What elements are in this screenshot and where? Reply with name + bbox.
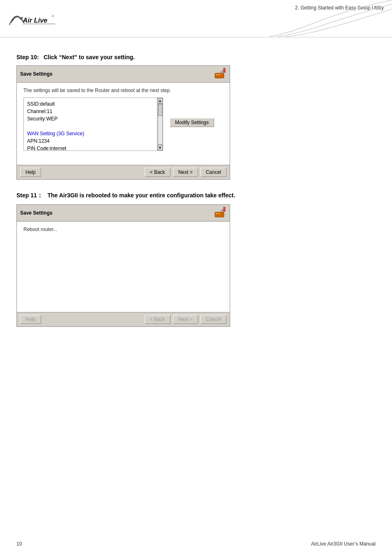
step10-dialog-footer: Help < Back Next > Cancel [17, 165, 230, 179]
router-icon [213, 67, 226, 81]
svg-point-8 [222, 70, 223, 72]
step11-back-button[interactable]: < Back [145, 315, 171, 324]
airlive-logo: Air Live ® [8, 8, 58, 29]
modify-settings-button[interactable]: Modify Settings [170, 118, 214, 127]
step11-description: The Air3GII is rebooted to make your ent… [47, 192, 235, 199]
main-content: Step 10: Click “Next” to save your setti… [0, 46, 392, 347]
svg-rect-3 [215, 73, 224, 78]
svg-rect-11 [223, 70, 226, 73]
svg-rect-13 [216, 213, 217, 214]
step10-help-button[interactable]: Help [20, 168, 41, 177]
scroll-up-arrow[interactable]: ▲ [158, 98, 163, 104]
step11-dialog-body: Reboot router... [17, 222, 230, 312]
step10-settings-scroll[interactable]: SSID:default Channel:11 Security:WEP WAN… [23, 97, 163, 151]
step10-dialog-body: The settings will be saved to the Router… [17, 83, 230, 165]
svg-rect-5 [218, 74, 220, 75]
page-footer: 10 AirLive Air3GII User’s Manual [0, 541, 392, 547]
step10-heading: Step 10: Click “Next” to save your setti… [16, 54, 376, 60]
header: 2. Getting Started with Easy Setup Utili… [0, 0, 392, 37]
step10-dialog-titlebar: Save Settings [17, 66, 230, 83]
scroll-track[interactable] [158, 104, 163, 145]
step10-side-area: SSID:default Channel:11 Security:WEP WAN… [23, 97, 223, 151]
svg-rect-20 [223, 209, 226, 212]
svg-point-10 [223, 68, 226, 70]
step11-cancel-button[interactable]: Cancel [201, 315, 226, 324]
decorative-curves [269, 0, 392, 37]
pin-line: PIN Code:internet [27, 145, 159, 151]
svg-rect-4 [216, 74, 217, 75]
svg-rect-12 [215, 212, 224, 217]
scroll-thumb[interactable] [158, 104, 162, 116]
step11-dialog-footer: Help < Back Next > Cancel [17, 312, 230, 326]
step11-label: Step 11： [16, 192, 43, 199]
step10-cancel-button[interactable]: Cancel [201, 168, 226, 177]
ssid-line: SSID:default [27, 100, 159, 108]
step10-description: Click “Next” to save your setting. [44, 54, 135, 60]
channel-line: Channel:11 [27, 108, 159, 115]
step10-back-button[interactable]: < Back [145, 168, 171, 177]
svg-text:Air Live: Air Live [22, 16, 47, 24]
modify-settings-area: Modify Settings [170, 118, 214, 127]
step11-dialog-title: Save Settings [20, 210, 53, 216]
step10-next-button[interactable]: Next > [173, 168, 198, 177]
step11-reboot-text: Reboot router... [23, 227, 223, 232]
scroll-bar[interactable]: ▲ ▼ [157, 98, 163, 150]
manual-title: AirLive Air3GII User’s Manual [311, 541, 376, 547]
scroll-down-arrow[interactable]: ▼ [158, 145, 163, 150]
step11-next-button[interactable]: Next > [173, 315, 198, 324]
wan-setting-label: WAN Setting (3G Service) [27, 130, 159, 137]
svg-text:®: ® [52, 14, 54, 18]
step10-settings-content: SSID:default Channel:11 Security:WEP WAN… [27, 100, 159, 151]
svg-rect-14 [218, 213, 220, 214]
apn-line: APN:1234 [27, 137, 159, 145]
step10-dialog-title: Save Settings [20, 71, 53, 77]
step11-heading: Step 11： The Air3GII is rebooted to make… [16, 192, 376, 199]
step10-label: Step 10: [16, 54, 39, 60]
svg-point-17 [222, 209, 223, 210]
step10-dialog: Save Settings The settings will be saved… [16, 65, 230, 180]
security-line: Security:WEP [27, 115, 159, 123]
svg-point-19 [223, 207, 226, 209]
step11-help-button[interactable]: Help [20, 315, 41, 324]
header-divider [0, 37, 392, 37]
step10-body-text: The settings will be saved to the Router… [23, 88, 223, 93]
step11-dialog-titlebar: Save Settings [17, 205, 230, 222]
page-number: 10 [16, 541, 22, 547]
spacer1 [27, 123, 159, 130]
router-icon-2 [213, 206, 226, 220]
step11-dialog: Save Settings Reboot router... Help < Ba… [16, 204, 230, 327]
